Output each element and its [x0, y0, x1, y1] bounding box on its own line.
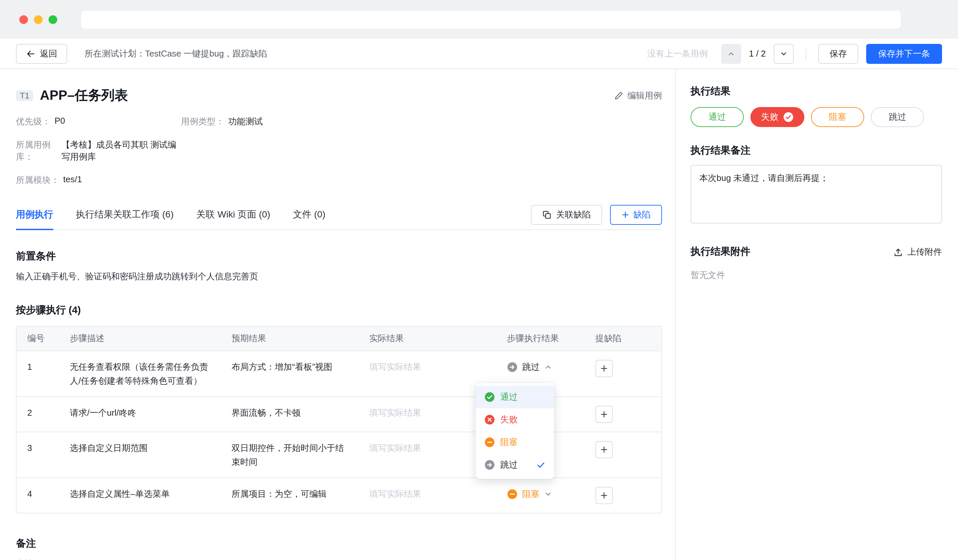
tab-files[interactable]: 文件 (0) — [293, 199, 325, 229]
selected-check-icon — [536, 460, 546, 470]
back-button[interactable]: 返回 — [16, 44, 67, 63]
dropdown-option-pass[interactable]: 通过 — [476, 386, 554, 408]
save-and-next-button[interactable]: 保存并下一条 — [866, 44, 942, 63]
execution-result-title: 执行结果 — [690, 85, 942, 98]
col-header-result: 步骤执行结果 — [496, 327, 585, 351]
table-header: 编号 步骤描述 预期结果 实际结果 步骤执行结果 提缺陷 — [17, 327, 661, 351]
block-status-icon — [507, 489, 518, 499]
fail-status-icon — [484, 414, 495, 425]
actual-result-input[interactable]: 填写实际结果 — [358, 351, 496, 383]
skip-status-icon — [484, 460, 495, 470]
toolbar-divider — [806, 47, 806, 60]
result-remark-textarea[interactable]: 本次bug 未通过，请自测后再提； — [690, 165, 942, 223]
plus-icon — [600, 410, 608, 418]
skip-status-icon — [507, 361, 518, 372]
step-no: 3 — [17, 432, 59, 464]
step-expected: 双日期控件，开始时间小于结束时间 — [221, 432, 358, 478]
upload-icon — [893, 247, 903, 256]
tab-linked-work-items[interactable]: 执行结果关联工作项 (6) — [76, 199, 174, 229]
field-case-type: 用例类型： 功能测试 — [181, 116, 263, 128]
add-defect-label: 缺陷 — [633, 209, 651, 220]
defect-cell — [585, 351, 661, 386]
step-desc: 选择自定义属性–单选菜单 — [59, 478, 221, 509]
step-no: 1 — [17, 351, 59, 383]
field-value: 【考核】成员各司其职 测试编写用例库 — [62, 139, 181, 163]
step-desc: 无任务查看权限（该任务需任务负责人/任务创建者等特殊角色可查看） — [59, 351, 221, 396]
steps-title: 按步骤执行 (4) — [16, 304, 662, 316]
overlap-squares-icon — [542, 210, 552, 219]
add-step-defect-button[interactable] — [595, 360, 613, 377]
field-row: 所属用例库： 【考核】成员各司其职 测试编写用例库 — [16, 139, 662, 163]
no-previous-case-text: 没有上一条用例 — [647, 47, 707, 60]
plus-icon — [600, 364, 608, 372]
pass-status-icon — [484, 392, 495, 402]
tab-actions: 关联缺陷 缺陷 — [531, 204, 662, 225]
field-row: 优先级： P0 用例类型： 功能测试 — [16, 116, 662, 128]
dropdown-option-label: 通过 — [500, 391, 518, 403]
link-defect-button[interactable]: 关联缺陷 — [531, 204, 602, 225]
window-minimize-button[interactable] — [34, 15, 43, 24]
result-options: 通过 失败 阻塞 跳过 — [690, 107, 942, 127]
upload-attachment-label: 上传附件 — [907, 246, 942, 258]
previous-case-button[interactable] — [721, 44, 741, 63]
col-header-expected: 预期结果 — [221, 327, 358, 351]
window-close-button[interactable] — [19, 15, 28, 24]
case-header: T1 APP–任务列表 编辑用例 — [16, 87, 662, 104]
step-desc: 请求/一个url/咚咚 — [59, 397, 221, 428]
upload-attachment-button[interactable]: 上传附件 — [893, 246, 942, 258]
step-result-select[interactable]: 跳过 — [507, 360, 552, 374]
arrow-left-icon — [26, 49, 35, 58]
dropdown-option-skip[interactable]: 跳过 — [476, 454, 554, 476]
execution-sidebar: 执行结果 通过 失败 阻塞 跳过 执行结果备注 本次bug 未通过，请自测后再提… — [676, 69, 958, 560]
notes-value: 未填写 — [16, 558, 662, 560]
block-status-icon — [484, 437, 495, 448]
field-module: 所属模块： tes/1 — [16, 174, 181, 186]
chevron-up-icon — [727, 49, 735, 57]
result-option-pass[interactable]: 通过 — [690, 107, 744, 127]
case-pager: 1 / 2 — [749, 49, 766, 59]
tab-wiki-pages[interactable]: 关联 Wiki 页面 (0) — [196, 199, 270, 229]
case-type-tag: T1 — [16, 90, 33, 101]
result-option-skip[interactable]: 跳过 — [871, 107, 924, 127]
content: T1 APP–任务列表 编辑用例 优先级： P0 用例类型： 功能测试 — [0, 69, 958, 560]
step-result-label: 跳过 — [522, 360, 539, 374]
field-label: 优先级： — [16, 116, 51, 128]
edit-case-button[interactable]: 编辑用例 — [614, 89, 662, 101]
step-no: 2 — [17, 397, 59, 428]
main-panel: T1 APP–任务列表 编辑用例 优先级： P0 用例类型： 功能测试 — [0, 69, 676, 560]
step-expected: 所属项目：为空，可编辑 — [221, 478, 358, 509]
result-option-fail-label: 失败 — [761, 111, 779, 123]
window-zoom-button[interactable] — [49, 15, 57, 24]
defect-cell — [585, 397, 661, 432]
step-expected: 界面流畅，不卡顿 — [221, 397, 358, 428]
address-bar[interactable] — [81, 10, 901, 28]
defect-cell — [585, 432, 661, 467]
add-step-defect-button[interactable] — [595, 487, 613, 504]
col-header-desc: 步骤描述 — [59, 327, 221, 351]
save-button[interactable]: 保存 — [818, 44, 858, 63]
next-case-button[interactable] — [774, 44, 794, 63]
dropdown-option-fail[interactable]: 失败 — [476, 408, 554, 431]
chevron-down-icon — [780, 49, 788, 57]
table-row: 4 选择自定义属性–单选菜单 所属项目：为空，可编辑 填写实际结果 阻塞 — [17, 478, 661, 513]
result-option-fail[interactable]: 失败 — [750, 107, 804, 127]
tab-case-execution[interactable]: 用例执行 — [16, 199, 53, 229]
selected-check-icon — [783, 112, 794, 122]
add-step-defect-button[interactable] — [595, 441, 613, 458]
plus-icon — [621, 210, 630, 218]
table-row: 1 无任务查看权限（该任务需任务负责人/任务创建者等特殊角色可查看） 布局方式：… — [17, 351, 661, 396]
field-label: 所属模块： — [16, 174, 59, 186]
result-option-block[interactable]: 阻塞 — [811, 107, 864, 127]
add-defect-button[interactable]: 缺陷 — [610, 204, 662, 225]
attachment-header: 执行结果附件 上传附件 — [690, 245, 942, 258]
chevron-up-icon — [544, 363, 552, 371]
pencil-icon — [614, 91, 623, 100]
step-result-cell: 跳过 — [496, 351, 585, 385]
actual-result-input[interactable]: 填写实际结果 — [358, 478, 496, 509]
step-desc: 选择自定义日期范围 — [59, 432, 221, 464]
field-value: tes/1 — [63, 174, 82, 186]
col-header-no: 编号 — [17, 327, 59, 351]
add-step-defect-button[interactable] — [595, 406, 613, 423]
step-result-select[interactable]: 阻塞 — [507, 487, 552, 501]
dropdown-option-block[interactable]: 阻塞 — [476, 431, 554, 454]
